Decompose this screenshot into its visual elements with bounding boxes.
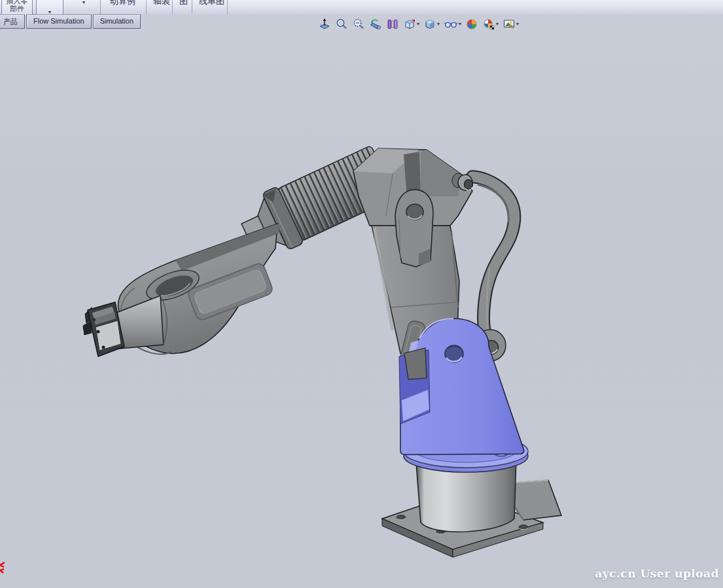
graphics-viewport[interactable]: 产品 Flow Simulation Simulation <box>0 14 723 588</box>
robot-arm-model[interactable] <box>0 14 723 588</box>
main-toolbar: 插入零 部件 ▾ ▾ 动算例 轴装 图 线单图 <box>0 0 723 16</box>
solidworks-window: 插入零 部件 ▾ ▾ 动算例 轴装 图 线单图 产品 Flow Simulati… <box>0 0 723 588</box>
toolbar-separator <box>100 0 101 14</box>
watermark: ayc.cn User upload <box>595 567 719 580</box>
insert-components-line1: 插入零 <box>7 0 28 5</box>
components-dropdown-button[interactable]: ▾ <box>36 0 63 16</box>
elbow-housing[interactable] <box>0 14 473 226</box>
insert-components-line2: 部件 <box>10 5 24 12</box>
assembly-label: 轴装 <box>153 0 166 7</box>
explode-line-sketch-button[interactable]: 线单图 <box>192 0 228 14</box>
motion-study-label: 动算例 <box>110 0 139 7</box>
insert-components-button[interactable]: 插入零 部件 <box>1 0 33 16</box>
motion-study-button[interactable]: 动算例 <box>103 0 147 14</box>
gripper[interactable] <box>83 302 124 356</box>
explode-line-sketch-label: 线单图 <box>199 0 220 7</box>
view-label: 图 <box>179 0 185 7</box>
elbow-clevis[interactable] <box>395 190 433 267</box>
view-button[interactable]: 图 <box>173 0 192 14</box>
secondary-dropdown-button[interactable]: ▾ <box>70 0 97 8</box>
triad-fragment <box>0 562 7 574</box>
chevron-down-icon: ▾ <box>82 0 85 5</box>
assembly-button[interactable]: 轴装 <box>147 0 173 14</box>
